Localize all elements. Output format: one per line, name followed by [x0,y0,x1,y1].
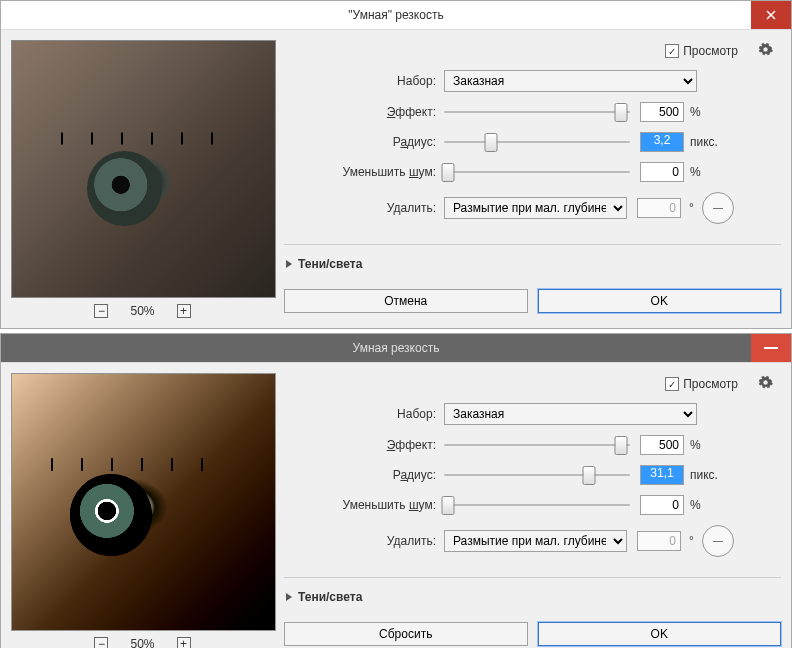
radius-input[interactable]: 31,1 [640,465,684,485]
angle-dial[interactable] [702,525,734,557]
close-button[interactable] [751,1,791,29]
noise-slider[interactable] [444,504,630,506]
zoom-level: 50% [130,637,154,648]
settings-button[interactable] [758,42,773,60]
preview-image[interactable] [11,40,276,298]
check-icon [665,377,679,391]
zoom-out-button[interactable]: − [94,304,108,318]
amount-slider[interactable] [444,111,630,113]
smart-sharpen-dialog: Умная резкость − 50% + Просмотр [0,333,792,648]
noise-input[interactable] [640,162,684,182]
remove-label: Удалить: [284,534,444,548]
noise-label: Уменьшить шум: [284,165,444,179]
check-icon [665,44,679,58]
ok-button[interactable]: OK [538,622,782,646]
cancel-button[interactable]: Отмена [284,289,528,313]
remove-select[interactable]: Размытие при мал. глубине [444,530,627,552]
degree-label: ° [689,201,694,215]
amount-label: Эффект: [284,438,444,452]
ok-button[interactable]: OK [538,289,782,313]
triangle-right-icon [286,593,292,601]
radius-unit: пикс. [690,135,718,149]
smart-sharpen-dialog: "Умная" резкость − 50% + Просмотр [0,0,792,329]
minimize-icon [764,347,778,349]
amount-label: Эффект: [284,105,444,119]
preview-image[interactable] [11,373,276,631]
separator [284,577,781,578]
noise-unit: % [690,165,701,179]
amount-unit: % [690,105,701,119]
window-title: Умная резкость [353,341,440,355]
settings-button[interactable] [758,375,773,393]
minimize-button[interactable] [751,334,791,362]
preview-checkbox[interactable]: Просмотр [665,44,738,58]
radius-input[interactable]: 3,2 [640,132,684,152]
preset-select[interactable]: Заказная [444,403,697,425]
zoom-out-button[interactable]: − [94,637,108,648]
noise-unit: % [690,498,701,512]
radius-label: Радиус: [284,468,444,482]
preset-label: Набор: [284,74,444,88]
radius-slider[interactable] [444,474,630,476]
noise-label: Уменьшить шум: [284,498,444,512]
zoom-level: 50% [130,304,154,318]
radius-unit: пикс. [690,468,718,482]
radius-slider[interactable] [444,141,630,143]
close-icon [765,9,777,21]
shadows-highlights-expander[interactable]: Тени/света [284,255,781,281]
triangle-right-icon [286,260,292,268]
angle-dial[interactable] [702,192,734,224]
gear-icon [758,375,773,390]
titlebar[interactable]: "Умная" резкость [1,1,791,30]
window-title: "Умная" резкость [348,8,443,22]
shadows-highlights-expander[interactable]: Тени/света [284,588,781,614]
gear-icon [758,42,773,57]
remove-select[interactable]: Размытие при мал. глубине [444,197,627,219]
reset-button[interactable]: Сбросить [284,622,528,646]
preview-checkbox[interactable]: Просмотр [665,377,738,391]
preset-label: Набор: [284,407,444,421]
degree-label: ° [689,534,694,548]
angle-input [637,531,681,551]
amount-input[interactable] [640,102,684,122]
preset-select[interactable]: Заказная [444,70,697,92]
zoom-in-button[interactable]: + [177,637,191,648]
noise-input[interactable] [640,495,684,515]
remove-label: Удалить: [284,201,444,215]
amount-unit: % [690,438,701,452]
amount-slider[interactable] [444,444,630,446]
radius-label: Радиус: [284,135,444,149]
separator [284,244,781,245]
zoom-in-button[interactable]: + [177,304,191,318]
amount-input[interactable] [640,435,684,455]
titlebar[interactable]: Умная резкость [1,334,791,363]
noise-slider[interactable] [444,171,630,173]
angle-input [637,198,681,218]
